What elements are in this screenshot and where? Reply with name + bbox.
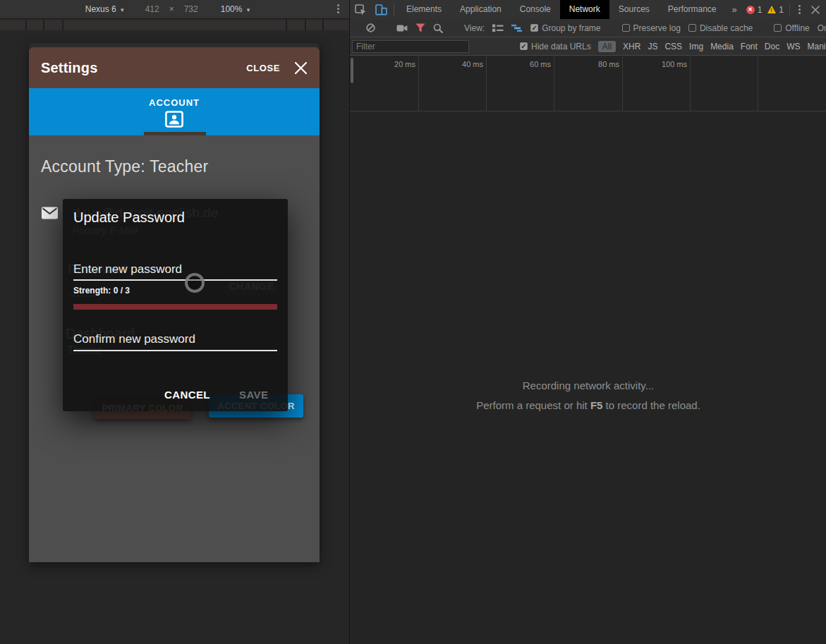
gridline — [486, 56, 487, 111]
checkbox-icon — [774, 24, 782, 32]
preserve-log-label: Preserve log — [633, 23, 681, 33]
close-icon[interactable] — [294, 61, 308, 75]
tab-account[interactable]: ACCOUNT — [29, 88, 320, 135]
device-mode-icon[interactable] — [371, 0, 391, 19]
gridline — [690, 56, 691, 111]
tab-network[interactable]: Network — [560, 0, 609, 19]
warning-count: 1 — [779, 5, 784, 15]
device-name: Nexus 6 — [85, 4, 116, 14]
scrollbar-thumb[interactable] — [351, 58, 353, 83]
filter-type-xhr[interactable]: XHR — [623, 42, 640, 51]
error-count: 1 — [758, 5, 763, 15]
account-type-text: Account Type: Teacher — [41, 157, 208, 176]
disable-cache-label: Disable cache — [700, 23, 753, 33]
confirm-password-input[interactable] — [73, 331, 277, 348]
device-toolbar: Nexus 6 ▾ 412 × 732 100% ▾ — [0, 0, 349, 19]
gridline — [758, 56, 758, 111]
tick-label: 100 ms — [648, 60, 687, 68]
offline-checkbox[interactable]: Offline — [774, 23, 809, 33]
save-button[interactable]: SAVE — [235, 386, 272, 403]
tab-application[interactable]: Application — [451, 0, 511, 19]
filter-type-manifest[interactable]: Manifest — [808, 42, 826, 51]
tab-strip-segment — [27, 20, 43, 30]
settings-dialog: Settings CLOSE ACCOUNT — [29, 47, 320, 562]
devtools-close-icon[interactable] — [806, 0, 825, 19]
cancel-button[interactable]: CANCEL — [160, 386, 214, 403]
tick-label: 80 ms — [580, 60, 619, 68]
devtools-pane: Elements Application Console Network Sou… — [349, 0, 826, 644]
new-password-input[interactable] — [73, 261, 277, 278]
input-underline — [73, 279, 277, 281]
gridline — [418, 56, 419, 111]
strength-bar — [73, 304, 277, 310]
tab-strip-segment — [44, 20, 62, 30]
tab-account-label: ACCOUNT — [149, 97, 200, 108]
filter-type-img[interactable]: Img — [689, 42, 703, 51]
view-label: View: — [464, 23, 485, 33]
device-selector[interactable]: Nexus 6 ▾ — [81, 4, 128, 14]
filter-type-js[interactable]: JS — [648, 42, 657, 51]
viewport-height-field[interactable]: 732 — [180, 4, 202, 14]
inspect-element-icon[interactable] — [350, 0, 371, 19]
tab-strip-segment — [0, 20, 25, 30]
filter-type-media[interactable]: Media — [710, 42, 734, 51]
zoom-selector[interactable]: 100% ▾ — [217, 4, 255, 14]
divider — [789, 4, 790, 16]
group-by-frame-checkbox[interactable]: ✓ Group by frame — [530, 23, 600, 33]
hide-data-urls-label: Hide data URLs — [531, 42, 591, 51]
disable-cache-checkbox[interactable]: Disable cache — [688, 23, 753, 33]
close-button[interactable]: CLOSE — [246, 63, 280, 73]
tab-sources[interactable]: Sources — [609, 0, 659, 19]
capture-screenshots-icon[interactable] — [396, 24, 408, 32]
tab-console[interactable]: Console — [511, 0, 560, 19]
throttling-selector[interactable]: Online — [818, 23, 826, 33]
group-by-frame-label: Group by frame — [542, 23, 600, 33]
network-overview-timeline: 20 ms 40 ms 60 ms 80 ms 100 ms — [350, 56, 826, 111]
device-emulation-pane: Nexus 6 ▾ 412 × 732 100% ▾ — [0, 0, 349, 644]
offline-label: Offline — [785, 23, 809, 33]
tab-strip-segment — [63, 20, 286, 30]
filter-input[interactable] — [352, 40, 469, 53]
devtools-menu-icon[interactable] — [798, 5, 801, 14]
chevron-down-icon: ▾ — [121, 6, 124, 13]
account-box-icon — [165, 111, 183, 128]
search-icon[interactable] — [433, 23, 443, 33]
filter-funnel-icon[interactable] — [415, 23, 425, 32]
preserve-log-checkbox[interactable]: Preserve log — [622, 23, 681, 33]
device-screen: Settings CLOSE ACCOUNT — [29, 43, 320, 562]
tab-performance[interactable]: Performance — [659, 0, 726, 19]
filter-type-all[interactable]: All — [598, 41, 616, 52]
device-toolbar-menu-icon[interactable] — [337, 4, 339, 13]
console-badges[interactable]: ✕ 1 ! 1 — [746, 5, 784, 15]
tick-label: 60 ms — [511, 60, 551, 68]
clear-icon[interactable] — [366, 23, 375, 32]
filter-type-ws[interactable]: WS — [786, 42, 800, 51]
reload-hint-message: Perform a request or hit F5 to record th… — [350, 399, 826, 411]
filter-type-doc[interactable]: Doc — [765, 42, 779, 51]
tab-strip-segment — [306, 20, 322, 30]
filter-type-css[interactable]: CSS — [664, 42, 682, 51]
update-password-modal: Update Password Strength: 0 / 3 CANCEL S… — [63, 199, 288, 411]
waterfall-view-icon[interactable] — [511, 24, 523, 32]
tab-elements[interactable]: Elements — [397, 0, 451, 19]
filter-type-font[interactable]: Font — [741, 42, 758, 51]
settings-header: Settings CLOSE — [29, 47, 320, 88]
chevron-down-icon: ▾ — [247, 6, 250, 13]
tab-strip-segment — [287, 20, 305, 30]
hint-suffix: to record the reload. — [602, 399, 700, 411]
checkbox-icon — [622, 24, 630, 32]
email-icon — [42, 207, 58, 219]
zoom-value: 100% — [221, 4, 243, 14]
strength-text: Strength: 0 / 3 — [73, 286, 130, 296]
viewport-width-field[interactable]: 412 — [141, 4, 164, 14]
settings-body: Account Type: Teacher dave@detroit-engli… — [29, 135, 320, 562]
list-view-icon[interactable] — [492, 24, 504, 32]
devtools-tabbar: Elements Application Console Network Sou… — [350, 0, 826, 19]
dimension-times-icon: × — [164, 4, 180, 14]
more-tabs-icon[interactable]: » — [726, 4, 743, 15]
hide-data-urls-checkbox[interactable]: ✓ Hide data URLs — [520, 42, 591, 51]
tab-strip — [0, 20, 349, 30]
devtools-window: Nexus 6 ▾ 412 × 732 100% ▾ — [0, 0, 826, 644]
loading-spinner — [185, 273, 205, 293]
page-title: Settings — [41, 60, 98, 76]
